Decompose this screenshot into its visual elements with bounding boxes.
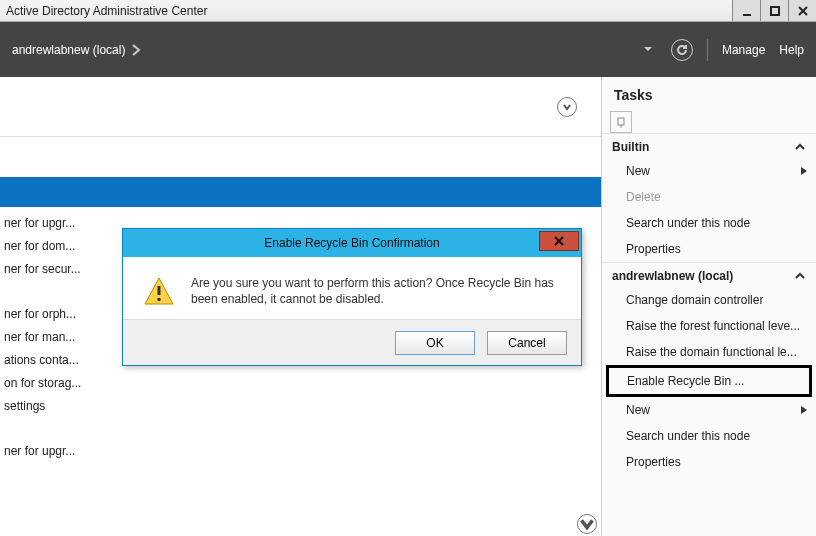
tasks-pane: Tasks Builtin New Delete Search under th… bbox=[602, 77, 816, 536]
task-new[interactable]: New bbox=[602, 158, 816, 184]
task-search[interactable]: Search under this node bbox=[602, 210, 816, 236]
list-item[interactable]: settings bbox=[0, 394, 601, 417]
section-builtin[interactable]: Builtin bbox=[602, 133, 816, 158]
window-titlebar: Active Directory Administrative Center bbox=[0, 0, 816, 22]
submenu-indicator-icon bbox=[800, 403, 808, 417]
dialog-message: Are you sure you want to perform this ac… bbox=[191, 275, 561, 307]
maximize-button[interactable] bbox=[760, 0, 788, 21]
dialog-close-button[interactable] bbox=[539, 231, 579, 251]
task-properties-domain[interactable]: Properties bbox=[602, 449, 816, 475]
breadcrumb[interactable]: andrewlabnew (local) bbox=[12, 43, 141, 57]
section-label: Builtin bbox=[612, 140, 649, 154]
confirmation-dialog: Enable Recycle Bin Confirmation Are you … bbox=[122, 228, 582, 366]
svg-rect-1 bbox=[771, 7, 779, 15]
column-header-band bbox=[0, 177, 601, 207]
tasks-pin-icon[interactable] bbox=[610, 111, 632, 133]
window-title: Active Directory Administrative Center bbox=[6, 4, 732, 18]
separator bbox=[707, 39, 708, 61]
ok-button[interactable]: OK bbox=[395, 331, 475, 355]
chevron-up-icon bbox=[794, 141, 806, 153]
task-delete: Delete bbox=[602, 184, 816, 210]
manage-menu[interactable]: Manage bbox=[722, 43, 765, 57]
list-item[interactable]: on for storag... bbox=[0, 371, 601, 394]
history-dropdown[interactable] bbox=[643, 43, 653, 57]
scroll-down-button[interactable] bbox=[577, 514, 597, 534]
task-new-domain[interactable]: New bbox=[602, 397, 816, 423]
task-search-domain[interactable]: Search under this node bbox=[602, 423, 816, 449]
filter-bar bbox=[0, 77, 601, 137]
expand-button[interactable] bbox=[557, 97, 577, 117]
help-menu[interactable]: Help bbox=[779, 43, 804, 57]
submenu-indicator-icon bbox=[800, 164, 808, 178]
minimize-button[interactable] bbox=[732, 0, 760, 21]
cancel-button[interactable]: Cancel bbox=[487, 331, 567, 355]
task-change-dc[interactable]: Change domain controller bbox=[602, 287, 816, 313]
window-controls bbox=[732, 0, 816, 21]
warning-icon bbox=[143, 275, 175, 307]
tasks-header: Tasks bbox=[602, 77, 816, 111]
list-gap bbox=[0, 417, 601, 439]
dialog-titlebar: Enable Recycle Bin Confirmation bbox=[123, 229, 581, 257]
breadcrumb-label: andrewlabnew (local) bbox=[12, 43, 125, 57]
task-raise-domain[interactable]: Raise the domain functional le... bbox=[602, 339, 816, 365]
list-item[interactable]: ner for upgr... bbox=[0, 439, 601, 462]
task-raise-forest[interactable]: Raise the forest functional leve... bbox=[602, 313, 816, 339]
refresh-icon[interactable] bbox=[671, 39, 693, 61]
task-enable-recycle-bin[interactable]: Enable Recycle Bin ... bbox=[606, 365, 812, 397]
dialog-title: Enable Recycle Bin Confirmation bbox=[123, 236, 581, 250]
section-label: andrewlabnew (local) bbox=[612, 269, 733, 283]
svg-point-9 bbox=[157, 298, 161, 302]
close-button[interactable] bbox=[788, 0, 816, 21]
chevron-up-icon bbox=[794, 270, 806, 282]
svg-rect-4 bbox=[618, 118, 624, 125]
section-domain[interactable]: andrewlabnew (local) bbox=[602, 262, 816, 287]
header-bar: andrewlabnew (local) Manage Help bbox=[0, 22, 816, 77]
chevron-right-icon bbox=[131, 44, 141, 56]
task-properties[interactable]: Properties bbox=[602, 236, 816, 262]
dialog-footer: OK Cancel bbox=[123, 319, 581, 365]
